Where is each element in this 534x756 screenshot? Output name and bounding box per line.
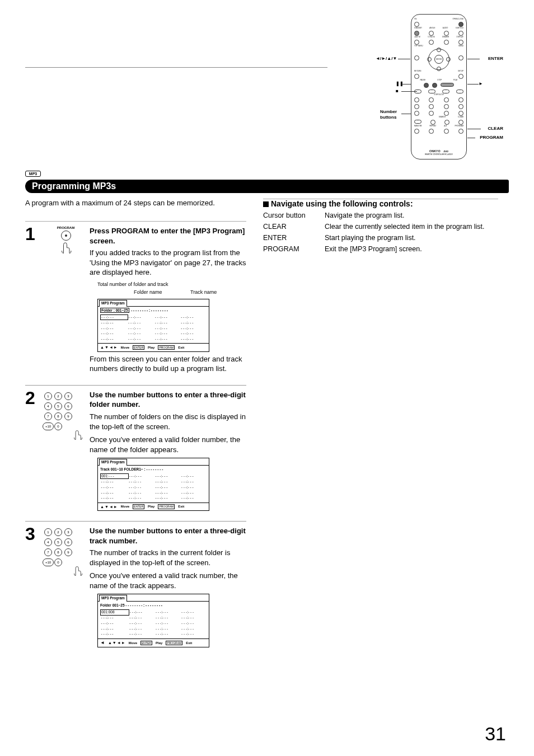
remote-lbl: MENU — [458, 45, 463, 47]
step2-body2: Once you've entered a valid folder numbe… — [90, 435, 246, 454]
screen-header: Folder 001~25 - - - - - - - - : - - - - … — [100, 603, 207, 608]
step2-heading: Use the number buttons to enter a three-… — [90, 390, 246, 410]
remote-model: REMOTE CONTROLLER RC-445DV — [411, 153, 466, 156]
section-intro: A program with a maximum of 24 steps can… — [25, 199, 215, 207]
foot-move: Move — [121, 504, 129, 509]
step-number: 3 — [25, 526, 42, 650]
remote-lbl: LAST M — [414, 36, 420, 38]
step3-body2: Once you've entered a valid track number… — [90, 571, 246, 590]
control-row: CLEAR Clear the currently selected item … — [263, 223, 498, 231]
callout-number-buttons-1: Number — [380, 109, 397, 114]
remote-lbl: RETURN — [414, 71, 421, 72]
program-table: 001:- - -- - -:- - -- - -:- - -- - -:- -… — [100, 473, 207, 501]
remote-lbl: OPEN/CLOSE — [452, 18, 463, 20]
remote-lbl: DISPLAY — [457, 36, 463, 38]
remote-dvd-logo: DVD — [443, 150, 448, 153]
callout-clear: CLEAR — [488, 126, 503, 131]
number-keypad-illustration: 123 456 789 +100 — [44, 392, 90, 430]
control-key: CLEAR — [263, 223, 325, 231]
step-number: 1 — [25, 226, 42, 377]
screen-tab: MP3 Program — [99, 300, 127, 307]
section-title: Programming MP3s — [25, 180, 509, 193]
control-row: Cursor button Navigate the program list. — [263, 212, 498, 219]
mp3-program-screen-3: MP3 Program Folder 001~25 - - - - - - - … — [97, 594, 209, 647]
number-keypad-illustration: 123 456 789 +100 — [44, 528, 90, 566]
step-2: 2 123 456 789 +100 Use the number button… — [25, 385, 246, 513]
callout-enter: ENTER — [488, 56, 503, 61]
screen-header: Track 001~10 FOLDER1~ : - - - - - - - - — [100, 467, 207, 472]
top-divider — [25, 67, 327, 68]
foot-move: Move — [121, 345, 129, 350]
remote-lbl: STEP/SLOW — [434, 94, 444, 96]
control-key: ENTER — [263, 234, 325, 242]
foot-program-tag: PROGRAM — [166, 641, 182, 646]
foot-enter-tag: ENTER — [133, 345, 144, 350]
remote-lbl: AUDIO — [443, 27, 448, 29]
finger-icon — [71, 562, 85, 576]
program-table: 001:008- - -:- - -- - -:- - -- - -:- - -… — [100, 609, 207, 637]
finger-icon — [71, 426, 85, 440]
screen-header-left: Folder : 001~25 — [100, 308, 129, 313]
remote-lbl: PAUSE — [420, 79, 425, 81]
screen-tab: MP3 Program — [99, 459, 127, 466]
program-button-label: PROGRAM — [42, 226, 90, 229]
step-number: 2 — [25, 390, 42, 513]
control-row: PROGRAM Exit the [MP3 Program] screen. — [263, 245, 498, 253]
step1-body2: From this screen you can enter folder an… — [90, 354, 246, 374]
control-row: ENTER Start playing the program list. — [263, 234, 498, 242]
page-number: 31 — [485, 723, 506, 745]
remote-lbl: RANDOM — [414, 125, 421, 127]
callout-arrows: ◄/►/▲/▼ — [376, 56, 397, 61]
remote-lbl: COND.M — [428, 36, 434, 38]
remote-lbl: DIMMER — [442, 36, 449, 38]
program-table: - - -:- - -- - -:- - -- - -:- - -- - -:-… — [100, 314, 207, 342]
step2-body1: The number of folders on the disc is dis… — [90, 412, 246, 431]
remote-lbl: PROGRAM — [455, 125, 463, 127]
remote-illustration: ONOPEN/CLOSE STANDBYANGLEAUDIOSUBTITLE L… — [358, 14, 503, 162]
foot-program-tag: PROGRAM — [158, 504, 175, 509]
screen-tab: MP3 Program — [99, 595, 127, 602]
remote-lbl: ON — [414, 18, 417, 20]
step-3: 3 123 456 789 +100 Use the number button… — [25, 521, 246, 650]
remote-lbl: CLEAR — [458, 116, 463, 118]
control-key: Cursor button — [263, 212, 325, 219]
step3-body1: The number of tracks in the current fold… — [90, 548, 246, 567]
callout-track-name: Track name — [190, 289, 217, 295]
control-desc: Navigate the program list. — [325, 212, 498, 219]
step3-heading: Use the number buttons to enter a three-… — [90, 526, 246, 546]
foot-program-tag: PROGRAM — [158, 345, 175, 350]
remote-lbl: SETUP — [458, 71, 463, 72]
callout-folder-name: Folder name — [134, 289, 162, 295]
step-1: 1 PROGRAM Press PROGRAM to enter the [MP… — [25, 221, 246, 377]
remote-lbl: PLAY — [453, 79, 457, 81]
control-desc: Clear the currently selected item in the… — [325, 223, 498, 231]
remote-lbl: A-B — [444, 125, 447, 127]
callout-program: PROGRAM — [480, 135, 503, 140]
control-desc: Start playing the program list. — [325, 234, 498, 242]
callout-stop: ■ — [396, 88, 399, 93]
foot-exit: Exit — [178, 345, 184, 350]
remote-brand: ONKYO — [429, 149, 441, 153]
remote-lbl: TOP MENU — [414, 45, 423, 47]
mp3-program-screen-2: MP3 Program Track 001~10 FOLDER1~ : - - … — [97, 458, 209, 511]
foot-play: Play — [148, 504, 154, 509]
remote-lbl: ANGLE — [429, 27, 435, 29]
foot-enter-tag: ENTER — [140, 641, 152, 646]
callout-number-buttons-2: buttons — [380, 115, 396, 120]
remote-lbl: STOP — [437, 79, 442, 81]
control-desc: Exit the [MP3 Program] screen. — [325, 245, 498, 253]
remote-lbl: STANDBY — [414, 27, 422, 29]
callout-play: ► — [479, 81, 483, 86]
step1-body1: If you added tracks to the program list … — [90, 248, 246, 278]
foot-exit: Exit — [186, 641, 192, 645]
screen-header-right: - - - - - - - - : - - - - - - - - — [131, 308, 168, 312]
remote-lbl: SEARCH — [439, 116, 446, 118]
foot-move: Move — [129, 641, 137, 645]
foot-play: Play — [156, 641, 162, 645]
foot-play: Play — [148, 345, 154, 350]
callout-total: Total number of folder and track — [97, 281, 168, 288]
control-key: PROGRAM — [263, 245, 325, 253]
mp3-badge: MP3 — [25, 171, 41, 177]
remote-lbl: SUBTITLE — [456, 27, 463, 29]
navigate-heading: Navigate using the following controls: — [263, 199, 498, 208]
